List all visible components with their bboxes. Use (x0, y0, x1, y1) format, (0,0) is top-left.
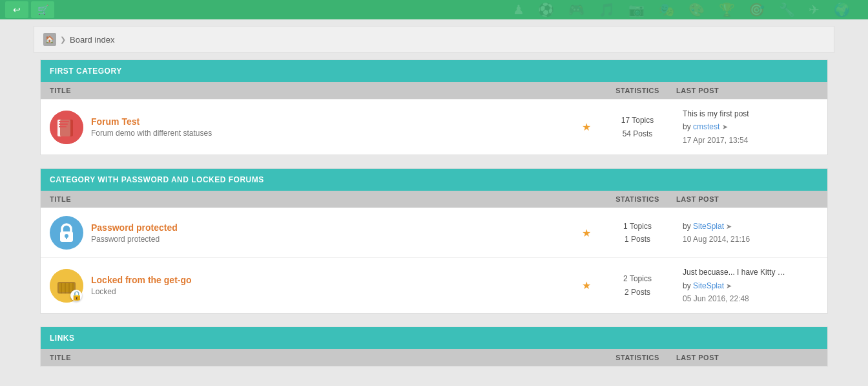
table-header: TITLE STATISTICS LAST POST (41, 82, 827, 99)
forum-info: Password protected Password protected (91, 222, 574, 244)
forum-last-post: by SiteSplat ➤10 Aug 2014, 21:16 (676, 220, 818, 246)
forum-title[interactable]: Locked from the get-go (91, 275, 192, 285)
col-stats-header: STATISTICS (599, 354, 676, 361)
post-arrow-icon: ➤ (726, 282, 732, 290)
forum-stats: 2 Topics 2 Posts (599, 272, 676, 299)
top-bar-bg-icons: ♟ ⚽ 🎮 🎵 📷 🎭 🎨 🏆 🎯 🔧 ✈ 🌍 (0, 0, 868, 19)
forum-icon-password (50, 216, 83, 250)
forum-row: Forum Test Forum demo with different sta… (41, 99, 827, 155)
col-title-header: TITLE (50, 195, 599, 203)
main-content: FIRST CATEGORY TITLE STATISTICS LAST POS… (34, 59, 834, 386)
col-title-header: TITLE (50, 354, 599, 361)
table-header: TITLE STATISTICS LAST POST (41, 349, 827, 366)
last-post-by: by SiteSplat ➤ (683, 279, 818, 292)
last-post-user[interactable]: SiteSplat (693, 222, 724, 231)
last-post-by: by cmstest ➤ (683, 120, 818, 133)
col-last-header: LAST POST (676, 354, 818, 361)
last-post-date: 05 Jun 2016, 22:48 (683, 292, 818, 305)
last-post-date: 10 Aug 2014, 21:16 (683, 233, 818, 246)
forum-title[interactable]: Password protected (91, 222, 178, 233)
rss-icon[interactable]: ★ (582, 121, 591, 133)
breadcrumb-current: Board index (70, 35, 114, 45)
breadcrumb-chevron: ❯ (60, 36, 66, 44)
category-category-password: CATEGORY WITH PASSWORD AND LOCKED FORUMS… (40, 168, 828, 314)
col-stats-header: STATISTICS (599, 195, 676, 203)
post-arrow-icon: ➤ (726, 222, 732, 230)
svg-rect-4 (59, 123, 68, 125)
cart-button[interactable]: 🛒 (31, 1, 54, 18)
svg-rect-3 (59, 121, 69, 122)
post-arrow-icon: ➤ (722, 123, 728, 131)
col-title-header: TITLE (50, 87, 599, 94)
forum-desc: Locked (91, 287, 574, 296)
rss-icon[interactable]: ★ (582, 279, 591, 292)
last-post-user[interactable]: cmstest (693, 122, 719, 131)
col-stats-header: STATISTICS (599, 87, 676, 94)
last-post-date: 17 Apr 2017, 13:54 (683, 134, 818, 147)
forum-desc: Forum demo with different statuses (91, 129, 574, 138)
forum-stats: 1 Topics 1 Posts (599, 220, 676, 246)
forum-stats: 17 Topics 54 Posts (599, 114, 676, 140)
col-last-header: LAST POST (676, 195, 818, 203)
forum-title[interactable]: Forum Test (91, 116, 140, 127)
forum-icon-locked: 🔒 (50, 269, 83, 303)
forum-info: Forum Test Forum demo with different sta… (91, 116, 574, 138)
category-links-category: LINKS TITLE STATISTICS LAST POST (40, 327, 828, 367)
last-post-user[interactable]: SiteSplat (693, 281, 724, 290)
rss-icon[interactable]: ★ (582, 227, 591, 239)
col-last-header: LAST POST (676, 87, 818, 94)
svg-rect-8 (66, 236, 67, 239)
back-button[interactable]: ↩ (5, 1, 28, 18)
posts-count: 54 Posts (599, 127, 676, 140)
last-post-by: by SiteSplat ➤ (683, 220, 818, 233)
forum-info: Locked from the get-go Locked (91, 275, 574, 296)
forum-row: Password protected Password protected ★ … (41, 208, 827, 257)
category-header: LINKS (41, 327, 827, 349)
forum-row: 🔒 Locked from the get-go Locked ★ 2 Topi… (41, 257, 827, 313)
topics-count: 1 Topics (599, 220, 676, 233)
breadcrumb: 🏠 ❯ Board index (34, 26, 834, 53)
svg-rect-5 (59, 126, 67, 127)
posts-count: 1 Posts (599, 233, 676, 246)
topics-count: 2 Topics (599, 272, 676, 285)
posts-count: 2 Posts (599, 286, 676, 299)
home-icon[interactable]: 🏠 (43, 33, 56, 46)
category-header: FIRST CATEGORY (41, 60, 827, 82)
lock-overlay-icon: 🔒 (70, 290, 82, 301)
table-header: TITLE STATISTICS LAST POST (41, 191, 827, 208)
top-bar: ↩ 🛒 ♟ ⚽ 🎮 🎵 📷 🎭 🎨 🏆 🎯 🔧 ✈ 🌍 (0, 0, 868, 19)
forum-last-post: Just becuase... I have Kitty …by SiteSpl… (676, 266, 818, 305)
forum-icon (50, 111, 83, 144)
category-first-category: FIRST CATEGORY TITLE STATISTICS LAST POS… (40, 59, 828, 155)
last-post-text: This is my first post (683, 107, 818, 120)
topics-count: 17 Topics (599, 114, 676, 127)
category-header: CATEGORY WITH PASSWORD AND LOCKED FORUMS (41, 169, 827, 191)
last-post-text: Just becuase... I have Kitty … (683, 266, 818, 279)
forum-last-post: This is my first postby cmstest ➤17 Apr … (676, 107, 818, 147)
forum-desc: Password protected (91, 235, 574, 244)
